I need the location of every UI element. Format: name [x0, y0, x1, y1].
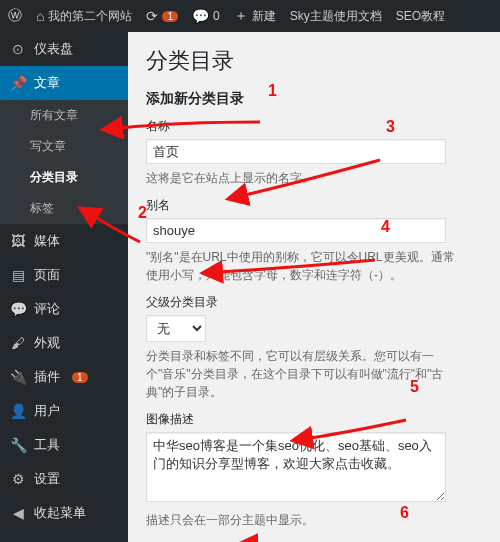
- new-label: 新建: [252, 8, 276, 25]
- page-title: 分类目录: [146, 46, 482, 76]
- plugin-badge: 1: [72, 372, 88, 383]
- seo-tutorial-link[interactable]: SEO教程: [396, 8, 445, 25]
- updates-badge: 1: [162, 11, 178, 22]
- desc-desc: 描述只会在一部分主题中显示。: [146, 511, 456, 529]
- site-name: 我的第二个网站: [48, 8, 132, 25]
- submenu-categories[interactable]: 分类目录: [0, 162, 128, 193]
- submenu-tags[interactable]: 标签: [0, 193, 128, 224]
- comments-link[interactable]: 💬0: [192, 8, 220, 24]
- comments-count: 0: [213, 9, 220, 23]
- menu-dashboard[interactable]: ⊙仪表盘: [0, 32, 128, 66]
- menu-settings[interactable]: ⚙设置: [0, 462, 128, 496]
- desc-label: 图像描述: [146, 411, 482, 428]
- parent-select[interactable]: 无: [146, 315, 206, 342]
- menu-pages[interactable]: ▤页面: [0, 258, 128, 292]
- wp-logo[interactable]: ⓦ: [8, 7, 22, 25]
- add-heading: 添加新分类目录: [146, 90, 482, 108]
- slug-label: 别名: [146, 197, 482, 214]
- menu-users[interactable]: 👤用户: [0, 394, 128, 428]
- theme-docs-link[interactable]: Sky主题使用文档: [290, 8, 382, 25]
- slug-input[interactable]: [146, 218, 446, 243]
- menu-media[interactable]: 🖼媒体: [0, 224, 128, 258]
- collapse-icon: ◀: [10, 505, 26, 521]
- updates-link[interactable]: ⟳1: [146, 8, 178, 24]
- name-label: 名称: [146, 118, 482, 135]
- gear-icon: ⚙: [10, 471, 26, 487]
- parent-label: 父级分类目录: [146, 294, 482, 311]
- new-link[interactable]: ＋新建: [234, 7, 276, 25]
- menu-appearance[interactable]: 🖌外观: [0, 326, 128, 360]
- submenu-new-post[interactable]: 写文章: [0, 131, 128, 162]
- plug-icon: 🔌: [10, 369, 26, 385]
- menu-posts[interactable]: 📌文章: [0, 66, 128, 100]
- refresh-icon: ⟳: [146, 8, 158, 24]
- admin-bar: ⓦ ⌂我的第二个网站 ⟳1 💬0 ＋新建 Sky主题使用文档 SEO教程: [0, 0, 500, 32]
- home-icon: ⌂: [36, 8, 44, 24]
- submenu-all-posts[interactable]: 所有文章: [0, 100, 128, 131]
- page-icon: ▤: [10, 267, 26, 283]
- plus-icon: ＋: [234, 7, 248, 25]
- name-input[interactable]: [146, 139, 446, 164]
- site-link[interactable]: ⌂我的第二个网站: [36, 8, 132, 25]
- main-content: 分类目录 添加新分类目录 名称 这将是它在站点上显示的名字。 别名 "别名"是在…: [128, 32, 500, 542]
- admin-sidebar: ⊙仪表盘 📌文章 所有文章 写文章 分类目录 标签 🖼媒体 ▤页面 💬评论 🖌外…: [0, 32, 128, 542]
- dashboard-icon: ⊙: [10, 41, 26, 57]
- posts-submenu: 所有文章 写文章 分类目录 标签: [0, 100, 128, 224]
- desc-textarea[interactable]: 中华seo博客是一个集seo优化、seo基础、seo入门的知识分享型博客，欢迎大…: [146, 432, 446, 502]
- comment-icon: 💬: [192, 8, 209, 24]
- user-icon: 👤: [10, 403, 26, 419]
- menu-plugins[interactable]: 🔌插件1: [0, 360, 128, 394]
- parent-desc: 分类目录和标签不同，它可以有层级关系。您可以有一个"音乐"分类目录，在这个目录下…: [146, 347, 456, 401]
- menu-tools[interactable]: 🔧工具: [0, 428, 128, 462]
- media-icon: 🖼: [10, 233, 26, 249]
- name-desc: 这将是它在站点上显示的名字。: [146, 169, 456, 187]
- brush-icon: 🖌: [10, 335, 26, 351]
- menu-collapse[interactable]: ◀收起菜单: [0, 496, 128, 530]
- pin-icon: 📌: [10, 75, 26, 91]
- menu-comments[interactable]: 💬评论: [0, 292, 128, 326]
- comments-icon: 💬: [10, 301, 26, 317]
- wrench-icon: 🔧: [10, 437, 26, 453]
- slug-desc: "别名"是在URL中使用的别称，它可以令URL更美观。通常使用小写，只能包含字母…: [146, 248, 456, 284]
